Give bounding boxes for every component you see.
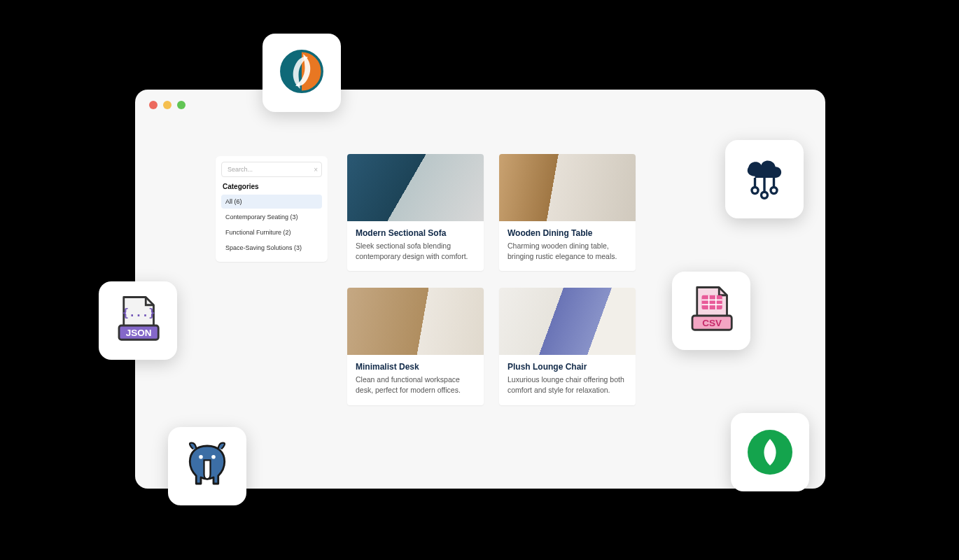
postgresql-tile: [168, 427, 246, 505]
product-card[interactable]: Wooden Dining TableCharming wooden dinin…: [499, 154, 636, 271]
svg-text:{...}: {...}: [122, 306, 155, 319]
json-icon: {...} JSON: [113, 294, 163, 347]
svg-point-18: [199, 455, 203, 459]
product-card[interactable]: Plush Lounge ChairLuxurious lounge chair…: [499, 288, 636, 405]
categories-sidebar: × Categories All (6)Contemporary Seating…: [216, 156, 328, 262]
product-card-body: Wooden Dining TableCharming wooden dinin…: [499, 221, 636, 271]
product-description: Sleek sectional sofa blending contempora…: [356, 241, 475, 261]
postgresql-icon: [182, 440, 232, 493]
product-description: Luxurious lounge chair offering both com…: [507, 374, 627, 395]
window-traffic-lights: [149, 101, 186, 109]
product-title: Plush Lounge Chair: [507, 362, 627, 372]
search-input[interactable]: [221, 162, 322, 177]
search-wrap: ×: [221, 162, 322, 177]
csv-icon: CSV: [686, 284, 736, 337]
category-list: All (6)Contemporary Seating (3)Functiona…: [221, 195, 322, 255]
categories-heading: Categories: [223, 183, 322, 190]
csv-tile: CSV: [672, 272, 750, 350]
json-tile: {...} JSON: [99, 281, 177, 360]
product-title: Modern Sectional Sofa: [356, 228, 475, 238]
product-title: Minimalist Desk: [356, 362, 475, 372]
product-card[interactable]: Minimalist DeskClean and functional work…: [347, 288, 484, 405]
product-image: [499, 154, 636, 221]
mysql-tile: [262, 34, 341, 112]
svg-point-9: [762, 192, 768, 198]
cloud-tile: [725, 140, 804, 218]
product-image: [347, 154, 484, 221]
cloud-network-icon: [739, 153, 790, 206]
maximize-window-icon[interactable]: [177, 101, 186, 109]
category-item[interactable]: Functional Furniture (2): [221, 225, 322, 239]
minimize-window-icon[interactable]: [163, 101, 172, 109]
mysql-icon: [276, 46, 327, 99]
category-item[interactable]: Space-Saving Solutions (3): [221, 241, 322, 255]
svg-point-8: [752, 188, 758, 194]
close-window-icon[interactable]: [149, 101, 158, 109]
product-card-body: Modern Sectional SofaSleek sectional sof…: [347, 221, 484, 271]
svg-text:JSON: JSON: [126, 328, 152, 338]
product-image: [499, 288, 636, 355]
product-image: [347, 288, 484, 355]
product-description: Clean and functional workspace desk, per…: [356, 374, 475, 395]
product-card-body: Minimalist DeskClean and functional work…: [347, 355, 484, 405]
svg-text:CSV: CSV: [702, 318, 722, 328]
product-card-body: Plush Lounge ChairLuxurious lounge chair…: [499, 355, 636, 405]
svg-point-10: [771, 188, 777, 194]
clear-search-icon[interactable]: ×: [314, 166, 318, 174]
category-item[interactable]: Contemporary Seating (3): [221, 210, 322, 224]
product-title: Wooden Dining Table: [507, 228, 627, 238]
mongodb-icon: [748, 430, 792, 475]
product-grid: Modern Sectional SofaSleek sectional sof…: [347, 154, 636, 405]
svg-rect-11: [702, 295, 722, 309]
product-card[interactable]: Modern Sectional SofaSleek sectional sof…: [347, 154, 484, 271]
svg-point-19: [211, 455, 216, 459]
product-description: Charming wooden dining table, bringing r…: [507, 241, 627, 261]
category-item[interactable]: All (6): [221, 195, 322, 209]
mongodb-tile: [731, 413, 809, 491]
